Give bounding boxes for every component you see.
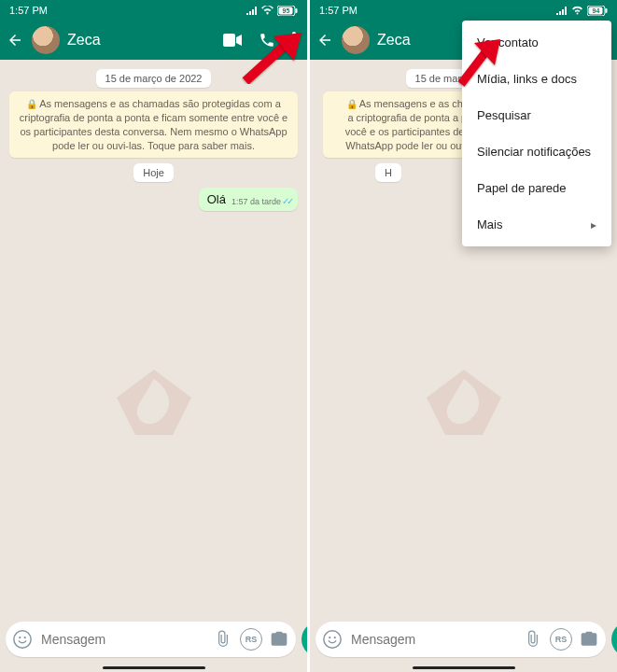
svg-point-11 [24, 637, 26, 638]
message-out[interactable]: Olá 1:57 da tarde✓✓ [199, 188, 298, 211]
status-time: 1:57 PM [319, 5, 358, 16]
payment-icon[interactable]: RS [240, 628, 262, 651]
wifi-icon [571, 6, 583, 15]
today-chip: H [375, 163, 401, 182]
attach-icon[interactable] [212, 628, 234, 651]
battery-icon: 94 [587, 6, 608, 16]
svg-rect-3 [296, 8, 298, 13]
camera-icon[interactable] [268, 628, 290, 651]
video-call-icon[interactable] [223, 34, 242, 47]
menu-wallpaper[interactable]: Papel de parede [462, 170, 611, 206]
watermark [103, 365, 205, 440]
mic-button[interactable] [301, 622, 307, 657]
contact-name[interactable]: Zeca [67, 32, 216, 49]
message-text: Olá [207, 192, 226, 206]
svg-point-12 [577, 13, 579, 15]
svg-text:94: 94 [593, 7, 600, 14]
status-icons: 94 [556, 6, 608, 16]
avatar[interactable] [32, 26, 60, 54]
svg-point-9 [14, 631, 31, 648]
chevron-right-icon: ▸ [591, 218, 596, 231]
svg-point-19 [334, 637, 336, 638]
watermark [413, 365, 515, 440]
back-icon[interactable] [316, 32, 334, 49]
lock-icon: 🔒 [346, 99, 358, 109]
date-chip: 15 de março de 2022 [96, 69, 212, 88]
status-bar: 1:57 PM 94 [310, 0, 617, 21]
input-bar: RS [310, 612, 617, 672]
wifi-icon [261, 6, 273, 15]
svg-point-10 [19, 637, 21, 638]
signal-icon [556, 6, 568, 15]
status-icons: 95 [246, 6, 298, 16]
options-menu: Ver contato Mídia, links e docs Pesquisa… [462, 21, 611, 246]
menu-mute[interactable]: Silenciar notificações [462, 133, 611, 170]
svg-point-8 [292, 45, 296, 49]
input-bar: RS [0, 612, 307, 672]
message-time: 1:57 da tarde [231, 197, 281, 206]
camera-icon[interactable] [578, 628, 600, 651]
menu-view-contact[interactable]: Ver contato [462, 24, 611, 61]
svg-text:95: 95 [283, 7, 290, 14]
message-input[interactable] [39, 631, 206, 648]
lock-icon: 🔒 [26, 99, 37, 109]
emoji-icon[interactable] [321, 628, 344, 651]
app-bar: Zeca [0, 21, 307, 60]
message-input[interactable] [349, 631, 516, 648]
chat-area: 15 de março de 2022 🔒As mensagens e as c… [0, 60, 307, 612]
signal-icon [246, 6, 258, 15]
svg-point-0 [267, 13, 269, 15]
back-icon[interactable] [6, 32, 24, 49]
payment-icon[interactable]: RS [550, 628, 572, 651]
attach-icon[interactable] [522, 628, 544, 651]
menu-search[interactable]: Pesquisar [462, 97, 611, 133]
mic-button[interactable] [611, 622, 617, 657]
status-time: 1:57 PM [9, 5, 48, 16]
avatar[interactable] [342, 26, 370, 54]
svg-point-7 [292, 38, 296, 42]
voice-call-icon[interactable] [259, 32, 275, 49]
message-input-field[interactable]: RS [6, 622, 296, 657]
svg-point-17 [324, 631, 341, 648]
svg-rect-5 [223, 34, 235, 47]
emoji-icon[interactable] [11, 628, 34, 651]
battery-icon: 95 [277, 6, 298, 16]
nav-handle [413, 666, 515, 669]
encryption-notice[interactable]: 🔒As mensagens e as chamadas são protegid… [9, 91, 298, 158]
nav-handle [103, 666, 205, 669]
menu-media[interactable]: Mídia, links e docs [462, 61, 611, 97]
message-input-field[interactable]: RS [316, 622, 606, 657]
more-options-icon[interactable] [292, 32, 296, 49]
svg-point-18 [329, 637, 330, 638]
svg-rect-15 [606, 8, 608, 13]
svg-point-6 [292, 32, 296, 35]
today-chip: Hoje [133, 163, 174, 182]
menu-more[interactable]: Mais ▸ [462, 206, 611, 243]
status-bar: 1:57 PM 95 [0, 0, 307, 21]
read-ticks-icon: ✓✓ [282, 196, 291, 206]
